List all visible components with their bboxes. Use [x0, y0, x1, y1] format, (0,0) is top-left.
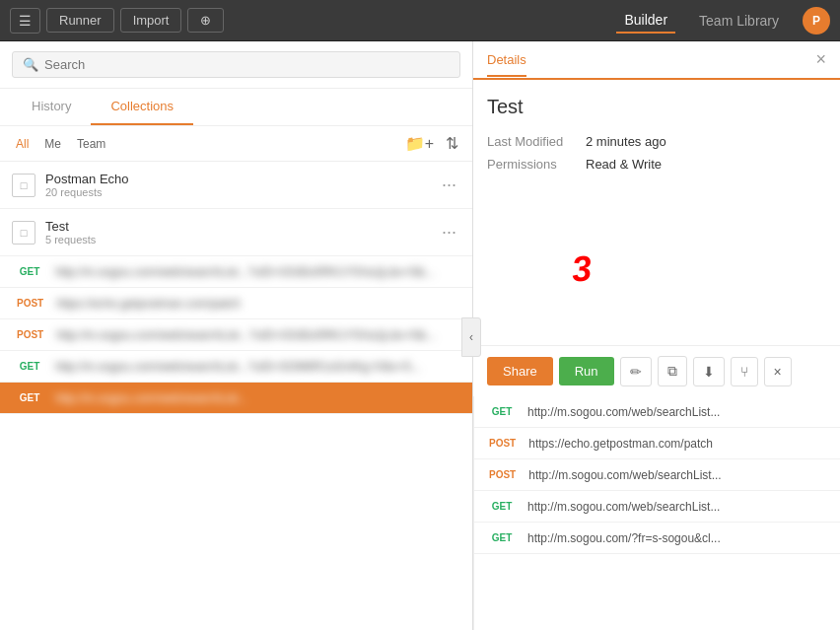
right-url-3: http://m.sogou.com/web/searchList...	[528, 468, 830, 482]
details-permissions-value: Read & Write	[586, 157, 662, 172]
tab-team-library[interactable]: Team Library	[691, 9, 787, 33]
top-bar-right: Builder Team Library P	[616, 7, 830, 35]
request-url-4: http://m.sogou.com/web/searchList...?uID…	[55, 360, 460, 374]
tab-builder[interactable]: Builder	[616, 8, 675, 34]
collection-info-test: Test 5 requests	[45, 219, 438, 245]
right-request-1[interactable]: GET http://m.sogou.com/web/searchList...	[474, 396, 840, 428]
request-item-1[interactable]: GET http://m.sogou.com/web/searchList...…	[0, 256, 472, 288]
collections-list: □ Postman Echo 20 requests ··· □ Test 5 …	[0, 162, 472, 630]
collection-count: 20 requests	[45, 186, 438, 198]
import-button[interactable]: Import	[120, 8, 182, 33]
filter-team[interactable]: Team	[73, 135, 109, 153]
sort-button[interactable]: ⇅	[444, 132, 460, 155]
right-method-get-1: GET	[484, 404, 520, 419]
method-badge-get-5: GET	[12, 390, 47, 405]
sidebar: 🔍 History Collections All Me Team 📁+ ⇅	[0, 41, 473, 630]
new-collection-button[interactable]: 📁+	[403, 132, 436, 155]
right-request-4[interactable]: GET http://m.sogou.com/web/searchList...	[474, 491, 840, 523]
collection-info: Postman Echo 20 requests	[45, 172, 438, 198]
details-permissions-row: Permissions Read & Write	[487, 157, 826, 172]
method-badge-post-2: POST	[12, 296, 48, 311]
top-bar: ☰ Runner Import ⊕ Builder Team Library P	[0, 0, 840, 41]
request-url-3: http://m.sogou.com/web/searchList...?uID…	[56, 328, 460, 342]
details-actions: Share Run ✏ ⧉ ⬇ ⑂ ×	[473, 345, 840, 396]
search-bar: 🔍	[0, 41, 472, 89]
details-permissions-label: Permissions	[487, 157, 586, 172]
method-badge-get-4: GET	[12, 359, 47, 374]
request-item-4[interactable]: GET http://m.sogou.com/web/searchList...…	[0, 351, 472, 383]
runner-button[interactable]: Runner	[46, 8, 114, 33]
request-item-2[interactable]: POST https://echo.getpostman.com/patch	[0, 288, 472, 319]
details-header: Details ×	[473, 41, 840, 80]
delete-button[interactable]: ×	[764, 357, 792, 386]
sidebar-tabs: History Collections	[0, 89, 472, 126]
request-url-2: https://echo.getpostman.com/patch	[56, 297, 460, 311]
download-button[interactable]: ⬇	[693, 357, 725, 386]
edit-button[interactable]: ✏	[620, 357, 652, 386]
filter-row: All Me Team 📁+ ⇅	[0, 126, 472, 162]
collection-name-test: Test	[45, 219, 438, 234]
details-close-button[interactable]: ×	[815, 49, 826, 70]
right-url-1: http://m.sogou.com/web/searchList...	[527, 405, 830, 419]
right-request-3[interactable]: POST http://m.sogou.com/web/searchList..…	[474, 459, 840, 491]
request-item-3[interactable]: POST http://m.sogou.com/web/searchList..…	[0, 319, 472, 351]
share-button[interactable]: Share	[487, 357, 553, 385]
run-button[interactable]: Run	[559, 357, 614, 385]
search-input[interactable]	[44, 57, 450, 72]
filter-all[interactable]: All	[12, 135, 33, 153]
collection-item-postman-echo[interactable]: □ Postman Echo 20 requests ···	[0, 162, 472, 209]
new-tab-button[interactable]: ⊕	[187, 8, 224, 33]
collection-more-icon-test[interactable]: ···	[438, 222, 460, 243]
right-method-get-5: GET	[484, 530, 520, 545]
details-panel: Details × Test Last Modified 2 minutes a…	[473, 41, 840, 630]
collection-icon-test: □	[12, 221, 35, 245]
collapse-sidebar-button[interactable]: ‹	[461, 317, 481, 357]
right-url-5: http://m.sogou.com/?fr=s-sogou&cl...	[527, 531, 830, 545]
collection-count-test: 5 requests	[45, 234, 438, 245]
request-url-5: http://m.sogou.com/web/searchList...	[55, 391, 460, 405]
right-url-2: https://echo.getpostman.com/patch	[528, 437, 830, 451]
filter-actions: 📁+ ⇅	[403, 132, 460, 155]
copy-button[interactable]: ⧉	[658, 356, 687, 386]
runner-label: Runner	[59, 13, 102, 28]
right-method-get-4: GET	[484, 499, 520, 514]
right-method-post-2: POST	[484, 436, 521, 451]
sidebar-wrapper: 🔍 History Collections All Me Team 📁+ ⇅	[0, 41, 473, 630]
right-url-4: http://m.sogou.com/web/searchList...	[527, 500, 830, 514]
search-input-wrap: 🔍	[12, 51, 460, 78]
details-last-modified-label: Last Modified	[487, 134, 586, 149]
sidebar-toggle-button[interactable]: ☰	[10, 8, 40, 34]
tab-collections[interactable]: Collections	[91, 89, 193, 125]
right-requests: GET http://m.sogou.com/web/searchList...…	[473, 396, 840, 630]
request-url-1: http://m.sogou.com/web/searchList...?uID…	[55, 265, 460, 279]
import-label: Import	[133, 13, 170, 28]
main-layout: 🔍 History Collections All Me Team 📁+ ⇅	[0, 41, 840, 630]
tab-history[interactable]: History	[12, 89, 91, 125]
details-body: Test Last Modified 2 minutes ago Permiss…	[473, 80, 840, 345]
details-last-modified-value: 2 minutes ago	[586, 134, 666, 149]
collection-more-icon[interactable]: ···	[438, 175, 460, 195]
collection-name: Postman Echo	[45, 172, 438, 186]
search-icon: 🔍	[23, 57, 38, 72]
collection-item-test[interactable]: □ Test 5 requests ···	[0, 209, 472, 256]
right-request-2[interactable]: POST https://echo.getpostman.com/patch	[474, 428, 840, 459]
right-request-5[interactable]: GET http://m.sogou.com/?fr=s-sogou&cl...	[474, 523, 840, 554]
method-badge-get-1: GET	[12, 264, 47, 279]
filter-me[interactable]: Me	[40, 135, 65, 153]
collection-icon: □	[12, 174, 35, 197]
request-item-5[interactable]: GET http://m.sogou.com/web/searchList...	[0, 383, 472, 414]
fork-button[interactable]: ⑂	[731, 357, 758, 386]
method-badge-post-3: POST	[12, 327, 48, 342]
details-last-modified-row: Last Modified 2 minutes ago	[487, 134, 826, 149]
right-method-post-3: POST	[484, 467, 521, 482]
details-title: Test	[487, 96, 826, 118]
details-tab[interactable]: Details	[487, 52, 526, 77]
avatar[interactable]: P	[803, 7, 830, 35]
